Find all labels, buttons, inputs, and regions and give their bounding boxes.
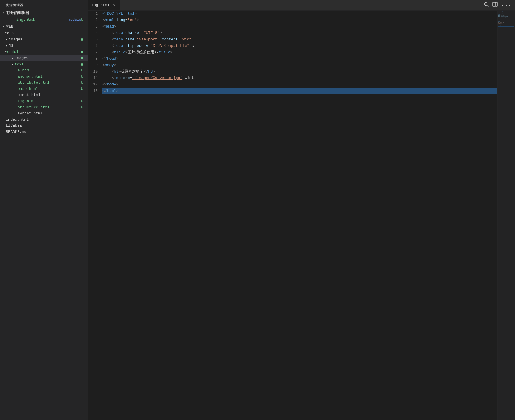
dot-badge-text bbox=[81, 63, 83, 66]
folder-css[interactable]: ▾ css bbox=[0, 30, 88, 36]
line-code-11: <img src="/images/Canyenne.jpg" widt bbox=[102, 75, 497, 81]
file-base-html[interactable]: base.html U bbox=[0, 86, 88, 92]
line-code-8: </head> bbox=[102, 56, 497, 62]
line-code-9: <body> bbox=[102, 62, 497, 68]
sidebar: 资源管理器 ▾ 打开的编辑器 img.html module U ▾ WEB ▾… bbox=[0, 0, 88, 420]
file-structure-html[interactable]: structure.html U bbox=[0, 104, 88, 110]
code-line-8: 8</head> bbox=[88, 56, 497, 62]
tab-bar: img.html ✕ ··· bbox=[88, 0, 515, 11]
line-code-7: <title>图片标签的使用</title> bbox=[102, 49, 497, 56]
search-icon bbox=[484, 2, 489, 7]
file-syntax-html[interactable]: syntax.html bbox=[0, 110, 88, 116]
open-editors-label: 打开的编辑器 bbox=[6, 10, 29, 16]
split-editor-icon bbox=[492, 2, 498, 7]
badge-base-html: U bbox=[81, 87, 83, 91]
line-code-1: <!DOCTYPE html> bbox=[102, 11, 497, 17]
badge-img-html: U bbox=[81, 99, 83, 103]
line-number-5: 5 bbox=[88, 36, 102, 43]
editor-container: img.html ✕ ··· 1<!DOCT bbox=[88, 0, 515, 420]
line-number-11: 11 bbox=[88, 75, 102, 81]
line-number-4: 4 bbox=[88, 30, 102, 36]
minimap: DOCTYPE html html lang="en" head meta ch… bbox=[497, 11, 515, 420]
file-readme-md[interactable]: README.md bbox=[0, 129, 88, 135]
dot-badge-images bbox=[81, 38, 83, 41]
line-number-9: 9 bbox=[88, 62, 102, 68]
sidebar-title: 资源管理器 bbox=[0, 0, 88, 9]
open-editor-filename: img.html bbox=[11, 18, 67, 22]
line-number-8: 8 bbox=[88, 56, 102, 62]
file-attribute-html[interactable]: attribute.html U bbox=[0, 80, 88, 86]
tab-label: img.html bbox=[91, 3, 109, 7]
folder-css-name: css bbox=[7, 31, 85, 35]
badge-structure-html: U bbox=[81, 105, 83, 109]
folder-module-images[interactable]: ▶ images bbox=[0, 55, 88, 61]
open-editor-badge: U bbox=[81, 18, 83, 22]
dot-badge-module-images bbox=[81, 57, 83, 59]
file-img-html[interactable]: img.html U bbox=[0, 98, 88, 104]
line-number-7: 7 bbox=[88, 49, 102, 56]
line-number-12: 12 bbox=[88, 81, 102, 88]
web-section[interactable]: ▾ WEB bbox=[0, 23, 88, 30]
code-line-5: 5 <meta name="viewport" content="widt bbox=[88, 36, 497, 43]
file-a-html[interactable]: a.html U bbox=[0, 67, 88, 73]
filename-emmet-html: emmet.html bbox=[18, 93, 85, 97]
dot-badge-module bbox=[81, 51, 83, 53]
line-code-6: <meta http-equiv="X-UA-Compatible" c bbox=[102, 43, 497, 49]
code-line-9: 9<body> bbox=[88, 62, 497, 68]
folder-module-images-name: images bbox=[15, 56, 81, 60]
code-editor[interactable]: 1<!DOCTYPE html>2<html lang="en">3<head>… bbox=[88, 11, 515, 420]
folder-module-name: module bbox=[7, 50, 81, 54]
line-code-4: <meta charset="UTF-8"> bbox=[102, 30, 497, 36]
line-number-6: 6 bbox=[88, 43, 102, 49]
folder-js-name: js bbox=[9, 43, 85, 48]
badge-attribute-html: U bbox=[81, 81, 83, 85]
chevron-right-icon: ▾ bbox=[0, 31, 6, 35]
chevron-down-icon: ▾ bbox=[1, 11, 6, 15]
code-line-7: 7 <title>图片标签的使用</title> bbox=[88, 49, 497, 56]
code-line-2: 2<html lang="en"> bbox=[88, 17, 497, 23]
tab-bar-actions: ··· bbox=[483, 1, 515, 10]
file-anchor-html[interactable]: anchor.html U bbox=[0, 73, 88, 80]
filename-img-html: img.html bbox=[18, 99, 81, 103]
open-editor-tag: module bbox=[69, 18, 81, 22]
open-editor-item-img[interactable]: img.html module U bbox=[0, 17, 88, 23]
file-index-html[interactable]: index.html bbox=[0, 116, 88, 123]
filename-anchor-html: anchor.html bbox=[18, 74, 81, 79]
file-license[interactable]: LICENSE bbox=[0, 123, 88, 129]
line-code-10: <h3>我最喜欢的车</h3> bbox=[102, 68, 497, 75]
filename-syntax-html: syntax.html bbox=[18, 111, 85, 116]
open-editors-section[interactable]: ▾ 打开的编辑器 bbox=[0, 9, 88, 17]
tab-img-html[interactable]: img.html ✕ bbox=[88, 0, 120, 10]
filename-structure-html: structure.html bbox=[18, 105, 81, 109]
filename-attribute-html: attribute.html bbox=[18, 80, 81, 85]
code-line-10: 10 <h3>我最喜欢的车</h3> bbox=[88, 68, 497, 75]
folder-js[interactable]: ▶ js bbox=[0, 42, 88, 49]
tab-close-button[interactable]: ✕ bbox=[112, 3, 117, 8]
folder-module-text[interactable]: ▶ text bbox=[0, 61, 88, 67]
line-number-13: 13 bbox=[88, 88, 102, 94]
chevron-down-icon-module: ▾ bbox=[0, 49, 6, 54]
search-editor-button[interactable] bbox=[483, 1, 490, 10]
folder-module-text-name: text bbox=[15, 62, 81, 66]
filename-base-html: base.html bbox=[18, 87, 81, 91]
filename-license: LICENSE bbox=[6, 124, 85, 128]
line-code-5: <meta name="viewport" content="widt bbox=[102, 36, 497, 43]
code-line-11: 11 <img src="/images/Canyenne.jpg" widt bbox=[88, 75, 497, 81]
chevron-right-icon-images: ▶ bbox=[0, 38, 8, 41]
code-line-12: 12</body> bbox=[88, 81, 497, 88]
file-emmet-html[interactable]: emmet.html bbox=[0, 92, 88, 98]
more-actions-button[interactable]: ··· bbox=[500, 1, 513, 9]
folder-images-root[interactable]: ▶ images bbox=[0, 36, 88, 42]
code-line-13: 13</html> bbox=[88, 88, 497, 94]
code-line-6: 6 <meta http-equiv="X-UA-Compatible" c bbox=[88, 43, 497, 49]
folder-module[interactable]: ▾ module bbox=[0, 49, 88, 55]
chevron-down-icon-web: ▾ bbox=[1, 24, 6, 29]
chevron-right-icon-js: ▶ bbox=[0, 44, 8, 47]
filename-readme-md: README.md bbox=[6, 130, 85, 134]
line-code-2: <html lang="en"> bbox=[102, 17, 497, 23]
code-line-4: 4 <meta charset="UTF-8"> bbox=[88, 30, 497, 36]
badge-anchor-html: U bbox=[81, 75, 83, 79]
split-editor-button[interactable] bbox=[491, 1, 499, 10]
line-number-10: 10 bbox=[88, 68, 102, 75]
folder-images-root-name: images bbox=[9, 37, 81, 42]
